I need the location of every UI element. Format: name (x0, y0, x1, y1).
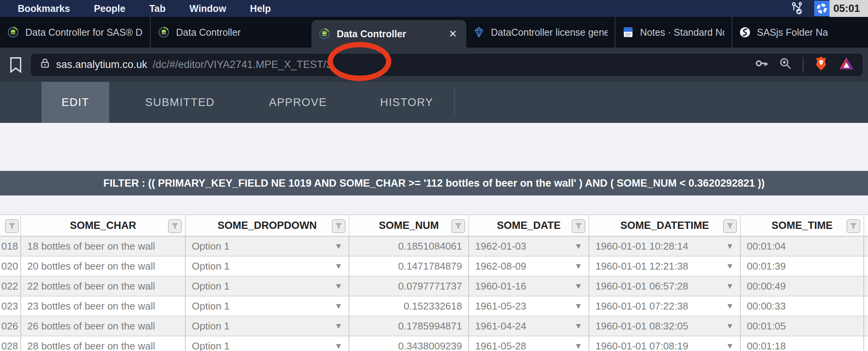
browser-tab-5[interactable]: Notes · Standard Notes (615, 17, 732, 48)
column-filter-button[interactable] (572, 219, 585, 233)
cell-datetime[interactable]: 1960-01-01 07:08:19▼ (589, 336, 740, 351)
dropdown-arrow-icon[interactable]: ▼ (574, 237, 582, 256)
tab-close-icon[interactable]: ✕ (446, 28, 459, 40)
cell-value: 018 (2, 240, 18, 252)
cell-key: 028 (0, 336, 20, 351)
cell-value: 1961-05-28 (475, 340, 526, 351)
cell-dropdown[interactable]: Option 1▼ (185, 276, 349, 296)
tab-label: Data Controller (337, 28, 406, 40)
cell-char[interactable]: 22 bottles of beer on the wall (20, 276, 185, 296)
dropdown-arrow-icon[interactable]: ▼ (726, 276, 734, 296)
menubar-items: BookmarksPeopleTabWindowHelp (0, 3, 271, 14)
cell-dropdown[interactable]: Option 1▼ (185, 257, 349, 276)
key-icon[interactable] (755, 57, 768, 73)
toolbar-actions (755, 56, 854, 74)
browser-tab-1[interactable]: Data Controller for SAS® Doc (0, 17, 150, 48)
nav-item-submitted[interactable]: SUBMITTED (146, 82, 214, 123)
cell-dropdown[interactable]: Option 1▼ (185, 336, 349, 351)
cell-key: 022 (0, 276, 20, 296)
cell-char[interactable]: 18 bottles of beer on the wall (20, 237, 185, 256)
bat-rewards-icon[interactable] (839, 56, 854, 73)
cell-date[interactable]: 1961-04-24▼ (468, 316, 589, 336)
column-filter-button[interactable] (723, 219, 737, 233)
cell-dropdown[interactable]: Option 1▼ (185, 237, 349, 256)
browser-tab-2[interactable]: Data Controller (150, 17, 311, 48)
cell-date[interactable]: 1962-08-09▼ (468, 257, 589, 276)
menubar-item-tab[interactable]: Tab (149, 3, 166, 14)
column-filter-button[interactable] (168, 219, 182, 233)
cell-time[interactable]: 00:00:49 (740, 276, 863, 296)
browser-tab-6[interactable]: SASjs Folder Na (732, 17, 868, 48)
cell-dropdown[interactable]: Option 1▼ (185, 296, 349, 316)
dropdown-arrow-icon[interactable]: ▼ (574, 316, 582, 336)
cell-time[interactable]: 00:01:05 (740, 316, 863, 336)
dropdown-arrow-icon[interactable]: ▼ (334, 316, 343, 336)
cell-datetime[interactable]: 1960-01-01 12:21:38▼ (589, 257, 740, 276)
dropdown-arrow-icon[interactable]: ▼ (574, 257, 582, 276)
column-filter-button[interactable] (451, 219, 465, 233)
cell-char[interactable]: 28 bottles of beer on the wall (20, 336, 185, 351)
cell-time[interactable]: 00:00:33 (740, 296, 863, 316)
cell-value: 1961-04-24 (475, 320, 526, 332)
cell-dropdown[interactable]: Option 1▼ (185, 316, 349, 336)
cell-num[interactable]: 0.1785994871 (349, 316, 468, 336)
menubar-item-window[interactable]: Window (190, 3, 226, 14)
column-filter-button[interactable] (332, 219, 346, 233)
nav-item-approve[interactable]: APPROVE (264, 82, 332, 123)
menubar-item-help[interactable]: Help (250, 3, 271, 14)
dropdown-arrow-icon[interactable]: ▼ (334, 296, 343, 316)
dropdown-arrow-icon[interactable]: ▼ (334, 257, 343, 276)
dropdown-arrow-icon[interactable]: ▼ (726, 316, 734, 336)
nav-item-edit[interactable]: EDIT (42, 82, 109, 123)
cell-datetime[interactable]: 1960-01-01 06:57:28▼ (589, 276, 740, 296)
table-row: 02222 bottles of beer on the wallOption … (0, 276, 868, 296)
cell-num[interactable]: 0.3438009239 (349, 336, 468, 351)
dropdown-arrow-icon[interactable]: ▼ (334, 336, 343, 351)
cell-char[interactable]: 23 bottles of beer on the wall (20, 296, 185, 316)
cell-date[interactable]: 1961-05-28▼ (468, 336, 589, 351)
menubar-item-bookmarks[interactable]: Bookmarks (18, 3, 70, 14)
column-filter-button[interactable] (5, 219, 19, 233)
screen-recording-icon[interactable] (814, 1, 830, 16)
nav-item-history[interactable]: HISTORY (373, 82, 441, 123)
cell-date[interactable]: 1961-05-23▼ (468, 296, 589, 316)
browser-tab-3[interactable]: Data Controller✕ (311, 20, 466, 48)
column-header-label: SOME_DATE (497, 220, 560, 232)
bookmark-icon[interactable] (9, 57, 22, 73)
cell-value: 026 (2, 320, 18, 332)
dropdown-arrow-icon[interactable]: ▼ (726, 237, 734, 256)
zoom-in-icon[interactable] (779, 57, 792, 73)
sasjs-icon (739, 26, 751, 38)
dropdown-arrow-icon[interactable]: ▼ (574, 296, 582, 316)
dropdown-arrow-icon[interactable]: ▼ (574, 336, 582, 351)
column-header-label: SOME_DROPDOWN (218, 220, 317, 232)
cell-date[interactable]: 1962-01-03▼ (468, 237, 589, 256)
cell-char[interactable]: 26 bottles of beer on the wall (20, 316, 185, 336)
cell-char[interactable]: 20 bottles of beer on the wall (20, 257, 185, 276)
cell-num[interactable]: 0.0797771737 (349, 276, 468, 296)
dropdown-arrow-icon[interactable]: ▼ (726, 336, 734, 351)
cell-num[interactable]: 0.152332618 (349, 296, 468, 316)
column-filter-button[interactable] (846, 219, 860, 233)
cell-time[interactable]: 00:01:39 (740, 257, 863, 276)
nav-item-view-partial[interactable]: VIEW (0, 82, 6, 123)
browser-tab-4[interactable]: DataController license genera (466, 17, 615, 48)
cell-datetime[interactable]: 1960-01-01 08:32:05▼ (589, 316, 740, 336)
dropdown-arrow-icon[interactable]: ▼ (574, 276, 582, 296)
cell-datetime[interactable]: 1960-01-01 07:22:38▼ (589, 296, 740, 316)
cell-time[interactable]: 00:01:04 (740, 237, 863, 256)
dropdown-arrow-icon[interactable]: ▼ (334, 237, 343, 256)
cell-datetime[interactable]: 1960-01-01 10:28:14▼ (589, 237, 740, 256)
share-network-icon[interactable] (790, 2, 804, 15)
dropdown-arrow-icon[interactable]: ▼ (334, 276, 343, 296)
dropdown-arrow-icon[interactable]: ▼ (726, 257, 734, 276)
brave-shields-icon[interactable] (814, 56, 828, 74)
cell-date[interactable]: 1960-01-16▼ (468, 276, 589, 296)
address-bar[interactable]: sas.analytium.co.uk/dc/#/editor/VIYA2741… (31, 54, 863, 76)
cell-value: Option 1 (192, 320, 229, 332)
menubar-item-people[interactable]: People (94, 3, 125, 14)
cell-time[interactable]: 00:01:18 (740, 336, 863, 351)
cell-num[interactable]: 0.1851084061 (349, 237, 468, 256)
dropdown-arrow-icon[interactable]: ▼ (726, 296, 734, 316)
cell-num[interactable]: 0.1471784879 (349, 257, 468, 276)
